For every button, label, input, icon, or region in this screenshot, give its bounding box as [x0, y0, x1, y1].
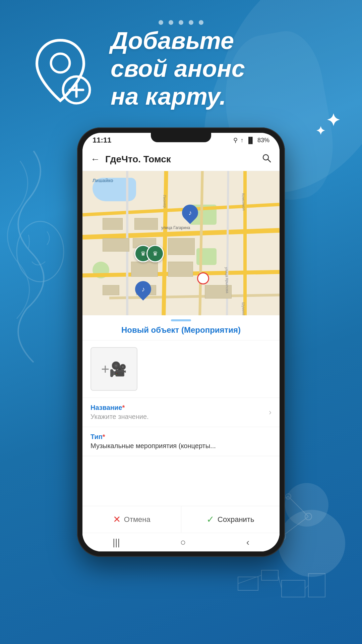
name-label: Название — [90, 404, 122, 411]
svg-point-1 — [51, 54, 70, 72]
wifi-icon: ↑ — [240, 137, 243, 144]
svg-line-23 — [268, 159, 270, 162]
name-required-marker: * — [122, 404, 125, 411]
nav-back-button[interactable]: ‹ — [246, 537, 249, 548]
decorative-dots — [159, 20, 203, 25]
svg-line-21 — [305, 585, 308, 589]
svg-rect-18 — [308, 574, 325, 597]
hero-title: Добавьте свой анонс на карту. — [111, 27, 335, 110]
hero-section: Добавьте свой анонс на карту. — [0, 27, 362, 119]
search-button[interactable] — [261, 153, 272, 165]
app-bar: ← ГдеЧто. Томск — [82, 148, 280, 171]
photo-add-button[interactable]: +🎥 — [90, 347, 137, 391]
form-area: +🎥 Название* Укажите значение. › — [82, 340, 280, 506]
cancel-label: Отмена — [124, 515, 150, 524]
map-view[interactable]: Лишайко — [82, 171, 280, 315]
app-title: ГдеЧто. Томск — [105, 154, 256, 165]
action-bar: ✕ Отмена ✓ Сохранить — [82, 506, 280, 533]
bottom-panel: Новый объект (Мероприятия) +🎥 — [82, 315, 280, 551]
phone-frame: 11:11 ⚲ ↑ ▐▌ 83% ← ГдеЧто. Томск — [77, 127, 285, 557]
save-icon: ✓ — [206, 514, 214, 525]
status-icons: ⚲ ↑ ▐▌ 83% — [233, 137, 269, 144]
sparkle-small: ✦ — [316, 124, 325, 138]
back-button[interactable]: ← — [90, 154, 100, 165]
svg-line-20 — [278, 575, 282, 589]
location-icon: ⚲ — [233, 137, 238, 144]
svg-line-11 — [288, 496, 308, 517]
type-required-marker: * — [103, 433, 105, 440]
svg-line-12 — [282, 517, 308, 537]
signal-icon: ▐▌ — [246, 137, 255, 144]
svg-rect-15 — [238, 577, 258, 590]
panel-title: Новый объект (Мероприятия) — [82, 324, 280, 340]
svg-rect-17 — [282, 580, 305, 597]
name-field[interactable]: Название* Укажите значение. › — [82, 398, 280, 427]
photo-section: +🎥 — [82, 340, 280, 398]
left-waves-decor — [0, 134, 67, 369]
phone-screen: 11:11 ⚲ ↑ ▐▌ 83% ← ГдеЧто. Томск — [82, 133, 280, 551]
save-label: Сохранить — [218, 515, 254, 524]
name-arrow: › — [269, 408, 272, 417]
type-label: Тип — [90, 433, 103, 440]
nav-bar: ||| ○ ‹ — [82, 533, 280, 551]
name-value: Укажите значение. — [90, 413, 269, 421]
svg-point-0 — [17, 221, 64, 282]
svg-rect-16 — [261, 570, 278, 580]
type-value: Музыкальные мероприятия (концерты... — [90, 442, 272, 450]
save-button[interactable]: ✓ Сохранить — [181, 506, 280, 533]
phone-device: 11:11 ⚲ ↑ ▐▌ 83% ← ГдеЧто. Томск — [77, 127, 285, 564]
nav-menu-button[interactable]: ||| — [113, 537, 120, 548]
cancel-icon: ✕ — [113, 514, 121, 525]
battery-icon: 83% — [257, 137, 269, 144]
sparkle-large: ✦ — [326, 111, 340, 130]
hero-icon — [27, 34, 101, 119]
nav-home-button[interactable]: ○ — [180, 537, 186, 548]
cancel-button[interactable]: ✕ Отмена — [82, 506, 181, 533]
add-photo-icon: +🎥 — [101, 361, 127, 377]
status-time: 11:11 — [93, 136, 111, 145]
phone-notch — [151, 133, 211, 142]
type-field[interactable]: Тип* Музыкальные мероприятия (концерты..… — [82, 427, 280, 456]
panel-handle[interactable] — [82, 315, 280, 324]
